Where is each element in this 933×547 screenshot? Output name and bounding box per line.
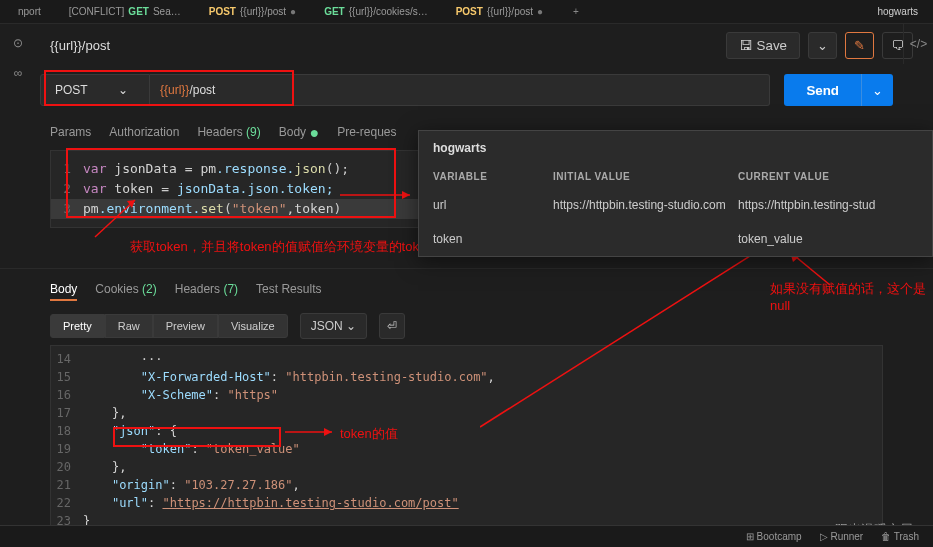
tab2-label: {{url}}/cookies/s… bbox=[349, 6, 428, 17]
environment-selector[interactable]: hogwarts bbox=[862, 6, 933, 17]
env-row[interactable]: url https://httpbin.testing-studio.com h… bbox=[419, 188, 932, 222]
tab3-label: {{url}}/post bbox=[487, 6, 533, 17]
tab-body[interactable]: Body bbox=[50, 279, 77, 301]
tab-1[interactable]: POST {{url}}/post ● bbox=[201, 6, 304, 17]
tab-2[interactable]: GET {{url}}/cookies/s… bbox=[316, 6, 436, 17]
save-dropdown[interactable]: ⌄ bbox=[808, 32, 837, 59]
tab-params[interactable]: Params bbox=[50, 122, 91, 142]
conflict-label: [CONFLICT] bbox=[69, 6, 125, 17]
sidebar-icon[interactable]: ⊙ bbox=[13, 36, 23, 50]
dot-icon: ● bbox=[290, 6, 296, 17]
method-label: POST bbox=[55, 83, 88, 97]
env-init bbox=[553, 232, 738, 246]
code-icon[interactable]: </> bbox=[910, 37, 927, 51]
dot-icon: ● bbox=[309, 129, 319, 137]
annotation-text: 如果没有赋值的话，这个是null bbox=[770, 280, 930, 313]
annotation-text: token的值 bbox=[340, 425, 398, 443]
env-var: url bbox=[433, 198, 553, 212]
get-badge-icon: GET bbox=[324, 6, 345, 17]
env-header-row: VARIABLE INITIAL VALUE CURRENT VALUE bbox=[419, 165, 932, 188]
env-init: https://httpbin.testing-studio.com bbox=[553, 198, 738, 212]
format-select[interactable]: JSON ⌄ bbox=[300, 313, 367, 339]
response-body[interactable]: 14 ··· 15 "X-Forwarded-Host": "httpbin.t… bbox=[50, 345, 883, 535]
url-input[interactable]: {{url}}/post bbox=[150, 74, 770, 106]
chevron-down-icon: ⌄ bbox=[118, 83, 128, 97]
method-select[interactable]: POST ⌄ bbox=[40, 74, 150, 106]
title-bar: {{url}}/post 🖫 Save ⌄ ✎ 🗨 bbox=[0, 24, 933, 66]
top-tabs: nport [CONFLICT] GET Sea… POST {{url}}/p… bbox=[0, 0, 933, 24]
tab-test-results[interactable]: Test Results bbox=[256, 279, 321, 301]
save-label: Save bbox=[757, 38, 787, 53]
edit-button[interactable]: ✎ bbox=[845, 32, 874, 59]
env-cur: https://httpbin.testing-stud bbox=[738, 198, 918, 212]
pencil-icon: ✎ bbox=[854, 38, 865, 53]
wrap-icon: ⏎ bbox=[387, 319, 397, 333]
request-row: POST ⌄ {{url}}/post Send ⌄ bbox=[0, 66, 933, 114]
chevron-down-icon: ⌄ bbox=[872, 83, 883, 98]
title-actions: 🖫 Save ⌄ ✎ 🗨 bbox=[726, 32, 913, 59]
view-raw[interactable]: Raw bbox=[105, 314, 153, 338]
annotation-text: 获取token，并且将token的值赋值给环境变量的token bbox=[130, 238, 433, 256]
tab-prerequest[interactable]: Pre-reques bbox=[337, 122, 396, 142]
tab-body[interactable]: Body ● bbox=[279, 122, 319, 142]
breadcrumb: {{url}}/post bbox=[50, 38, 110, 53]
trash-button[interactable]: 🗑 Trash bbox=[881, 531, 919, 542]
line-number: 1 bbox=[51, 159, 83, 179]
bootcamp-button[interactable]: ⊞ Bootcamp bbox=[746, 531, 802, 542]
env-row[interactable]: token token_value bbox=[419, 222, 932, 256]
environment-popup: hogwarts VARIABLE INITIAL VALUE CURRENT … bbox=[418, 130, 933, 257]
view-pretty[interactable]: Pretty bbox=[50, 314, 105, 338]
chevron-down-icon: ⌄ bbox=[346, 319, 356, 333]
conflict-tab[interactable]: [CONFLICT] GET Sea… bbox=[61, 6, 189, 17]
import-item[interactable]: nport bbox=[10, 6, 49, 17]
url-path: /post bbox=[189, 83, 215, 97]
get-badge-icon: GET bbox=[128, 6, 149, 17]
th-variable: VARIABLE bbox=[433, 171, 553, 182]
dot-icon: ● bbox=[537, 6, 543, 17]
bottom-bar: ⊞ Bootcamp ▷ Runner 🗑 Trash bbox=[0, 525, 933, 547]
url-variable: {{url}} bbox=[160, 83, 189, 97]
save-button[interactable]: 🖫 Save bbox=[726, 32, 800, 59]
view-preview[interactable]: Preview bbox=[153, 314, 218, 338]
line-number: 3 bbox=[51, 199, 83, 219]
post-badge-icon: POST bbox=[209, 6, 236, 17]
right-sidebar: </> bbox=[903, 24, 933, 64]
add-tab-button[interactable]: + bbox=[563, 6, 589, 17]
sea-label: Sea… bbox=[153, 6, 181, 17]
wrap-button[interactable]: ⏎ bbox=[379, 313, 405, 339]
env-title: hogwarts bbox=[419, 131, 932, 165]
th-initial: INITIAL VALUE bbox=[553, 171, 738, 182]
send-dropdown[interactable]: ⌄ bbox=[861, 74, 893, 106]
env-var: token bbox=[433, 232, 553, 246]
tab1-label: {{url}}/post bbox=[240, 6, 286, 17]
post-badge-icon: POST bbox=[456, 6, 483, 17]
save-icon: 🖫 bbox=[739, 38, 752, 53]
view-visualize[interactable]: Visualize bbox=[218, 314, 288, 338]
tab-cookies[interactable]: Cookies (2) bbox=[95, 279, 156, 301]
tab-headers[interactable]: Headers (7) bbox=[175, 279, 238, 301]
tab-authorization[interactable]: Authorization bbox=[109, 122, 179, 142]
runner-button[interactable]: ▷ Runner bbox=[820, 531, 864, 542]
tab-3[interactable]: POST {{url}}/post ● bbox=[448, 6, 551, 17]
th-current: CURRENT VALUE bbox=[738, 171, 918, 182]
line-number: 2 bbox=[51, 179, 83, 199]
chevron-down-icon: ⌄ bbox=[817, 38, 828, 53]
env-cur: token_value bbox=[738, 232, 918, 246]
send-button[interactable]: Send bbox=[784, 74, 861, 106]
tab-headers[interactable]: Headers (9) bbox=[197, 122, 260, 142]
